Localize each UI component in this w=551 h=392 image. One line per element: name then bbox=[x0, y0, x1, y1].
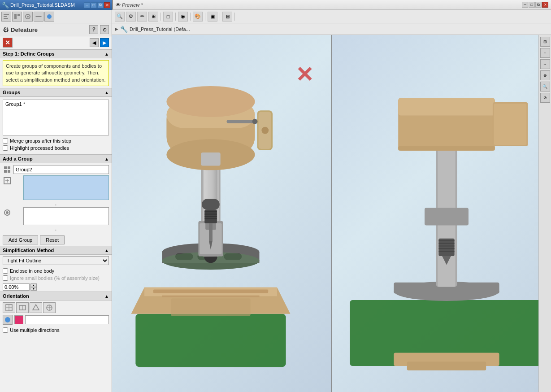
svg-rect-14 bbox=[8, 170, 10, 173]
close-btn-left[interactable]: ✕ bbox=[104, 2, 110, 8]
forward-btn[interactable]: ▶ bbox=[100, 38, 109, 47]
use-multiple-checkbox[interactable] bbox=[3, 327, 8, 333]
pct-input[interactable] bbox=[3, 283, 30, 291]
color-swatch[interactable] bbox=[14, 315, 23, 324]
enclose-body-label: Enclose in one body bbox=[10, 268, 54, 274]
color-pick-icon[interactable] bbox=[3, 315, 13, 325]
ignore-small-checkbox[interactable] bbox=[3, 275, 8, 281]
orientation-collapse-icon: ▲ bbox=[104, 294, 109, 299]
svg-point-6 bbox=[27, 16, 29, 17]
appearance-btn[interactable] bbox=[44, 12, 54, 22]
left-window-title: 🔧 Drill_Press_Tutorial.SLDASM bbox=[2, 2, 75, 9]
svg-rect-50 bbox=[202, 199, 219, 210]
step1-label: Step 1: Define Groups bbox=[3, 51, 55, 57]
back-btn[interactable]: ◀ bbox=[90, 38, 99, 47]
search-btn[interactable]: 🔍 bbox=[115, 12, 125, 22]
display-mode-btn[interactable]: □ bbox=[163, 12, 173, 22]
add-group-collapse-icon: ▲ bbox=[104, 157, 109, 161]
maximize-btn-left[interactable]: □ bbox=[91, 2, 97, 8]
view-options-btn[interactable]: ▣ bbox=[208, 12, 217, 22]
minimize-btn-left[interactable]: ─ bbox=[84, 2, 90, 8]
groups-collapse-icon: ▲ bbox=[104, 90, 109, 95]
side-btn-4[interactable]: ⊕ bbox=[540, 70, 550, 80]
settings-btn[interactable]: ⊙ bbox=[100, 25, 109, 34]
svg-rect-4 bbox=[17, 14, 20, 16]
svg-rect-76 bbox=[425, 208, 469, 225]
add-group-button[interactable]: Add Group bbox=[3, 235, 38, 244]
svg-rect-85 bbox=[398, 98, 495, 115]
info-box: Create groups of components and bodies t… bbox=[3, 60, 109, 86]
svg-rect-33 bbox=[153, 290, 268, 293]
svg-marker-8 bbox=[35, 16, 36, 17]
view-feature-tree-btn[interactable] bbox=[1, 12, 11, 22]
step1-collapse-icon: ▲ bbox=[104, 52, 109, 57]
minimize-btn-right[interactable]: ─ bbox=[522, 2, 528, 8]
divider2: • bbox=[3, 228, 109, 232]
pct-down-btn[interactable]: ▼ bbox=[30, 287, 37, 291]
side-btn-6[interactable]: ⊘ bbox=[540, 93, 550, 103]
method-select[interactable]: Tight Fit Outline Bounding Box Convex Hu… bbox=[3, 256, 109, 265]
section-view-btn[interactable]: ⊞ bbox=[148, 12, 158, 22]
highlight-bodies-label: Highlight processed bodies bbox=[10, 145, 69, 151]
cancel-x-btn[interactable]: ✕ bbox=[3, 38, 13, 48]
body-select-icon bbox=[3, 176, 12, 185]
sketch-btn[interactable]: ✏ bbox=[137, 12, 147, 22]
merge-groups-row: Merge groups after this step bbox=[3, 137, 109, 144]
help-btn[interactable]: ? bbox=[89, 25, 98, 34]
svg-point-29 bbox=[5, 317, 10, 322]
orient-btn-1[interactable] bbox=[3, 302, 15, 313]
svg-rect-11 bbox=[4, 166, 7, 169]
side-btn-1[interactable]: ⊞ bbox=[540, 37, 550, 47]
dim-expert-btn[interactable] bbox=[34, 12, 43, 22]
use-multiple-label: Use multiple directions bbox=[10, 327, 60, 333]
orient-btn-2[interactable] bbox=[16, 302, 29, 313]
svg-point-61 bbox=[166, 86, 255, 117]
enclose-body-checkbox[interactable] bbox=[3, 268, 8, 274]
main-3d-view[interactable]: ✕ bbox=[112, 35, 332, 392]
add-group-section-header[interactable]: Add a Group ▲ bbox=[0, 154, 112, 163]
hide-show-btn[interactable]: ◉ bbox=[178, 12, 188, 22]
side-toolbar: ⊞ ↕ ↔ ⊕ 🔍 ⊘ bbox=[538, 35, 551, 392]
groups-section-header[interactable]: Groups ▲ bbox=[0, 88, 112, 97]
defeature-title: Defeature bbox=[11, 26, 38, 33]
assembly-tree-icon: 🔧 bbox=[120, 26, 128, 33]
ignore-small-row: Ignore small bodies (% of assembly size) bbox=[3, 274, 109, 282]
maximize-btn-right[interactable]: □ bbox=[529, 2, 535, 8]
view-settings-btn[interactable]: ⚙ bbox=[126, 12, 136, 22]
orientation-label: Orientation bbox=[3, 293, 29, 299]
side-btn-3[interactable]: ↔ bbox=[540, 59, 550, 69]
svg-rect-12 bbox=[8, 166, 10, 169]
orientation-header[interactable]: Orientation ▲ bbox=[0, 292, 112, 301]
red-x-overlay: ✕ bbox=[295, 62, 313, 87]
appearance2-btn[interactable]: 🎨 bbox=[193, 12, 203, 22]
svg-point-19 bbox=[6, 211, 9, 214]
orient-btn-3[interactable] bbox=[30, 302, 42, 313]
color-bar[interactable] bbox=[25, 315, 109, 324]
svg-rect-3 bbox=[14, 14, 17, 19]
simplification-header[interactable]: Simplification Method ▲ bbox=[0, 246, 112, 255]
screen-capture-btn[interactable]: 🖥 bbox=[222, 12, 232, 22]
preview-3d-view[interactable] bbox=[332, 35, 551, 392]
property-manager-btn[interactable] bbox=[12, 12, 22, 22]
merge-groups-checkbox[interactable] bbox=[3, 138, 8, 144]
side-btn-5[interactable]: 🔍 bbox=[540, 82, 550, 91]
preview-title: Preview * bbox=[122, 2, 143, 8]
body-select-box[interactable] bbox=[23, 207, 109, 225]
enclose-body-row: Enclose in one body bbox=[3, 267, 109, 274]
group-name-input[interactable] bbox=[13, 165, 109, 174]
configuration-manager-btn[interactable] bbox=[23, 12, 33, 22]
tree-arrow[interactable]: ▶ bbox=[115, 26, 118, 31]
restore-btn-left[interactable]: ⧉ bbox=[97, 2, 104, 8]
orient-btn-4[interactable] bbox=[43, 302, 56, 313]
reset-button[interactable]: Reset bbox=[40, 235, 65, 244]
side-btn-2[interactable]: ↕ bbox=[540, 48, 550, 58]
svg-marker-25 bbox=[33, 305, 39, 310]
component-select-box[interactable] bbox=[23, 175, 109, 200]
component-select-icon bbox=[3, 165, 12, 174]
simplification-collapse-icon: ▲ bbox=[104, 248, 109, 253]
group-item-1[interactable]: Group1 * bbox=[4, 101, 108, 107]
step1-header[interactable]: Step 1: Define Groups ▲ bbox=[0, 49, 112, 58]
highlight-bodies-checkbox[interactable] bbox=[3, 145, 8, 151]
simplification-label: Simplification Method bbox=[3, 248, 54, 253]
pct-up-btn[interactable]: ▲ bbox=[30, 283, 37, 287]
